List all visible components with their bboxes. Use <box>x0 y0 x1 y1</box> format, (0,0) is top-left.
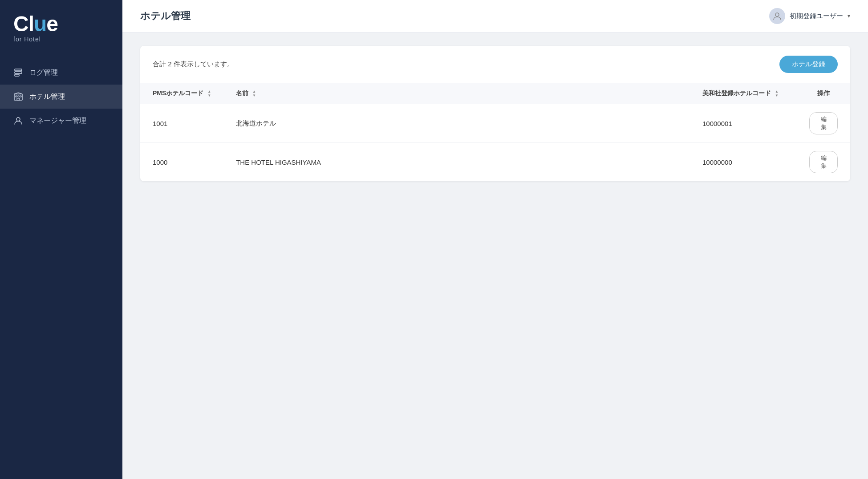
col-header-action: 操作 <box>797 83 850 104</box>
sidebar: Clue for Hotel ログ管理 <box>0 0 122 479</box>
user-area[interactable]: 初期登録ユーザー ▾ <box>769 8 850 24</box>
cell-name: 北海道ホテル <box>223 104 690 143</box>
log-icon <box>13 68 23 77</box>
content: 合計 2 件表示しています。 ホテル登録 PMSホテルコード ▲▼ 名前 <box>122 32 868 195</box>
cell-pms-code: 1000 <box>140 143 223 182</box>
logo-subtitle: for Hotel <box>13 36 41 43</box>
header: ホテル管理 初期登録ユーザー ▾ <box>122 0 868 32</box>
table-body: 1001 北海道ホテル 10000001 編集 1000 THE HOTEL H… <box>140 104 850 182</box>
page-title: ホテル管理 <box>140 9 191 23</box>
table-row: 1000 THE HOTEL HIGASHIYAMA 10000000 編集 <box>140 143 850 182</box>
col-header-name: 名前 ▲▼ <box>223 83 690 104</box>
sidebar-item-log[interactable]: ログ管理 <box>0 61 122 85</box>
hotel-table: PMSホテルコード ▲▼ 名前 ▲▼ 美和社登録ホテルコ <box>140 83 850 181</box>
cell-miwa-code: 10000001 <box>690 104 797 143</box>
col-header-pms: PMSホテルコード ▲▼ <box>140 83 223 104</box>
hotel-table-card: 合計 2 件表示しています。 ホテル登録 PMSホテルコード ▲▼ 名前 <box>140 46 850 181</box>
logo: Clue <box>13 13 58 35</box>
avatar <box>769 8 785 24</box>
cell-name: THE HOTEL HIGASHIYAMA <box>223 143 690 182</box>
sort-icon-pms[interactable]: ▲▼ <box>207 90 211 97</box>
cell-action: 編集 <box>797 104 850 143</box>
chevron-down-icon: ▾ <box>848 13 850 19</box>
sidebar-item-log-label: ログ管理 <box>29 68 58 77</box>
table-row: 1001 北海道ホテル 10000001 編集 <box>140 104 850 143</box>
sidebar-item-manager[interactable]: マネージャー管理 <box>0 109 122 133</box>
manager-icon <box>13 116 23 126</box>
nav-menu: ログ管理 ホテル管理 <box>0 61 122 133</box>
svg-rect-5 <box>18 96 19 97</box>
col-header-miwa: 美和社登録ホテルコード ▲▼ <box>690 83 797 104</box>
count-label: 合計 2 件表示しています。 <box>153 60 234 69</box>
register-hotel-button[interactable]: ホテル登録 <box>779 56 838 73</box>
svg-rect-1 <box>15 72 22 73</box>
svg-rect-6 <box>20 96 21 97</box>
sidebar-item-hotel-label: ホテル管理 <box>29 92 65 101</box>
svg-rect-4 <box>16 96 17 97</box>
svg-rect-2 <box>15 74 19 76</box>
logo-area: Clue for Hotel <box>0 0 122 61</box>
edit-button[interactable]: 編集 <box>809 112 838 134</box>
sort-icon-name[interactable]: ▲▼ <box>252 90 256 97</box>
cell-miwa-code: 10000000 <box>690 143 797 182</box>
edit-button[interactable]: 編集 <box>809 151 838 173</box>
main-area: ホテル管理 初期登録ユーザー ▾ 合計 2 件表示しています。 ホテル登録 <box>122 0 868 479</box>
svg-point-11 <box>775 13 779 16</box>
cell-pms-code: 1001 <box>140 104 223 143</box>
sort-icon-miwa[interactable]: ▲▼ <box>775 90 779 97</box>
sidebar-item-hotel[interactable]: ホテル管理 <box>0 85 122 109</box>
hotel-icon <box>13 92 23 101</box>
table-header: PMSホテルコード ▲▼ 名前 ▲▼ 美和社登録ホテルコ <box>140 83 850 104</box>
svg-point-10 <box>16 118 20 121</box>
svg-rect-0 <box>15 69 22 71</box>
card-header: 合計 2 件表示しています。 ホテル登録 <box>140 46 850 83</box>
user-name: 初期登録ユーザー <box>790 12 843 20</box>
cell-action: 編集 <box>797 143 850 182</box>
sidebar-item-manager-label: マネージャー管理 <box>29 116 86 126</box>
